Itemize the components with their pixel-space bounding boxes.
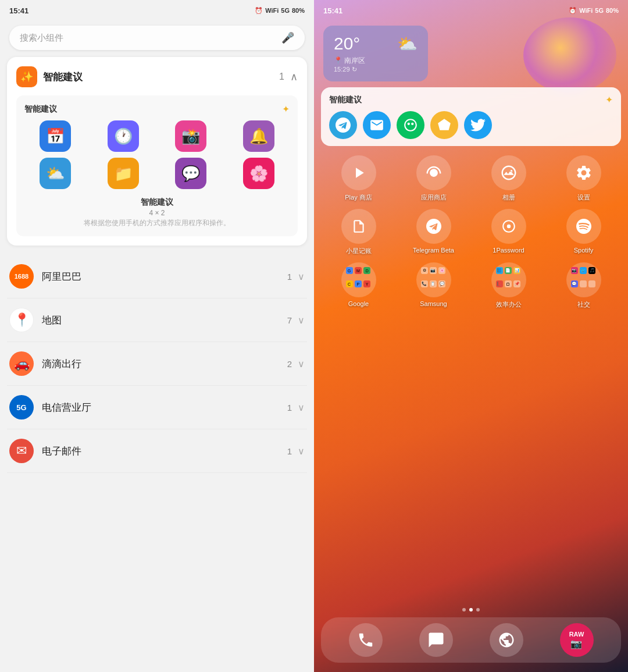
list-item[interactable]: 设置 xyxy=(548,155,619,202)
list-item[interactable]: 1Password xyxy=(473,209,544,255)
status-icons-left: ⏰ WiFi 5G 80% xyxy=(255,7,305,15)
page-dot-1[interactable] xyxy=(462,608,466,611)
category-alibaba-left: 1688 阿里巴巴 xyxy=(9,264,81,289)
samsung-folder-icon: ⚙ 📷 🌸 📞 📋 💬 xyxy=(416,262,451,297)
mic-icon[interactable]: 🎤 xyxy=(281,31,294,44)
page-dot-2[interactable] xyxy=(469,608,473,611)
app-camera[interactable]: 📸 xyxy=(175,120,206,152)
app-telegram-row[interactable] xyxy=(329,111,357,139)
list-item[interactable]: G M D C P Y Google xyxy=(323,262,394,309)
email-right: 1 ∨ xyxy=(287,446,305,457)
app-files[interactable]: 📁 xyxy=(108,158,139,189)
maps-count: 7 xyxy=(287,315,292,325)
left-panel: 15:41 ⏰ WiFi 5G 80% 搜索小组件 🎤 ✨ 智能建议 1 ∧ 智… xyxy=(0,0,314,672)
app-clock[interactable]: 🕐 xyxy=(108,120,139,152)
app-wechat-row[interactable] xyxy=(397,111,424,139)
email-name: 电子邮件 xyxy=(42,445,81,458)
dock-messages[interactable] xyxy=(419,623,453,657)
google-folder-label: Google xyxy=(348,300,369,307)
list-item[interactable]: 1688 阿里巴巴 1 ∨ xyxy=(7,255,307,298)
app-weather[interactable]: ⛅ xyxy=(40,158,71,189)
productivity-folder-icon: 📘 📄 📊 📕 🗒 📌 xyxy=(491,262,526,297)
alarm-icon-right: ⏰ xyxy=(569,7,577,15)
onepassword-icon xyxy=(491,209,526,244)
alibaba-name: 阿里巴巴 xyxy=(42,270,81,283)
weather-top: 20° ⛅ xyxy=(334,34,418,54)
chevron-down-maps[interactable]: ∨ xyxy=(298,315,305,326)
chevron-down-alibaba[interactable]: ∨ xyxy=(298,271,305,282)
app-flower[interactable]: 🌸 xyxy=(243,158,274,189)
list-item[interactable]: 📘 📄 📊 📕 🗒 📌 效率办公 xyxy=(473,262,544,309)
right-content: 15:41 ⏰ WiFi 5G 80% 20° ⛅ 📍 南岸区 15:29 ↻ … xyxy=(314,0,628,672)
svg-marker-2 xyxy=(438,119,451,130)
search-bar[interactable]: 搜索小组件 🎤 xyxy=(9,26,305,50)
telegram-beta-label: Telegram Beta xyxy=(413,247,454,254)
list-item[interactable]: ✉ 电子邮件 1 ∨ xyxy=(7,429,307,473)
alibaba-right: 1 ∨ xyxy=(287,271,305,282)
telecom-icon: 5G xyxy=(9,395,34,419)
svg-point-3 xyxy=(506,225,511,229)
home-grid-folders: G M D C P Y Google ⚙ 📷 🌸 📞 xyxy=(323,262,619,309)
maps-icon: 📍 xyxy=(9,308,34,332)
maps-right: 7 ∨ xyxy=(287,315,305,326)
app-store-icon xyxy=(416,155,451,190)
list-item[interactable]: Play 商店 xyxy=(323,155,394,202)
app-calendar[interactable]: 📅 xyxy=(40,120,71,152)
status-icons-right: ⏰ WiFi 5G 80% xyxy=(569,7,619,15)
list-item[interactable]: 📷 🐦 🎵 💬 社交 xyxy=(548,262,619,309)
widget-header-left: ✨ 智能建议 xyxy=(16,66,83,87)
time-right: 15:41 xyxy=(323,6,342,15)
weather-widget[interactable]: 20° ⛅ 📍 南岸区 15:29 ↻ xyxy=(323,26,428,81)
smart-widget-right-header: 智能建议 ✦ xyxy=(329,94,613,105)
chevron-down-telecom[interactable]: ∨ xyxy=(298,402,305,413)
settings-icon xyxy=(566,155,601,190)
home-grid-row1: Play 商店 应用商店 相册 设置 xyxy=(323,155,619,202)
maps-name: 地图 xyxy=(42,314,62,327)
app-mailbird-row[interactable] xyxy=(363,111,391,139)
app-bell[interactable]: 🔔 xyxy=(243,120,274,152)
samsung-folder-label: Samsung xyxy=(420,300,447,307)
list-item[interactable]: 5G 电信营业厅 1 ∨ xyxy=(7,386,307,429)
list-item[interactable]: 应用商店 xyxy=(398,155,469,202)
app-dock: RAW📷 xyxy=(321,617,621,663)
email-count: 1 xyxy=(287,446,292,456)
list-item[interactable]: 相册 xyxy=(473,155,544,202)
didi-icon: 🚗 xyxy=(9,351,34,376)
list-item[interactable]: ⚙ 📷 🌸 📞 📋 💬 Samsung xyxy=(398,262,469,309)
list-item[interactable]: 小星记账 xyxy=(323,209,394,255)
widget-preview: 智能建议 ✦ 📅 🕐 📸 🔔 ⛅ 📁 💬 🌸 智能建议 4 × 2 将根据您使用… xyxy=(16,95,298,236)
dock-camera-raw[interactable]: RAW📷 xyxy=(560,623,594,657)
spotify-icon xyxy=(566,209,601,244)
signal-icon-right: 5G xyxy=(595,7,604,14)
telecom-count: 1 xyxy=(287,403,292,413)
app-twitter-row[interactable] xyxy=(464,111,492,139)
dock-phone[interactable] xyxy=(349,623,383,657)
widget-desc-title: 智能建议 xyxy=(24,197,290,208)
list-item[interactable]: Spotify xyxy=(548,209,619,255)
notes-icon xyxy=(341,209,376,244)
widget-desc-text: 将根据您使用手机的方式推荐应用程序和操作。 xyxy=(24,218,290,228)
list-item[interactable]: Telegram Beta xyxy=(398,209,469,255)
page-dot-3[interactable] xyxy=(476,608,480,611)
social-folder-label: 社交 xyxy=(577,300,590,309)
gallery-icon xyxy=(491,155,526,190)
email-icon: ✉ xyxy=(9,439,34,463)
smart-suggestions-title: 智能建议 xyxy=(43,70,83,84)
app-sketch-row[interactable] xyxy=(430,111,458,139)
svg-point-0 xyxy=(408,123,410,125)
sparkle-icon: ✦ xyxy=(282,104,290,115)
chevron-down-didi[interactable]: ∨ xyxy=(298,358,305,369)
app-grid-row1: 📅 🕐 📸 🔔 ⛅ 📁 💬 🌸 xyxy=(24,120,290,189)
list-item[interactable]: 📍 地图 7 ∨ xyxy=(7,298,307,342)
battery-right: 80% xyxy=(606,7,619,14)
chevron-down-email[interactable]: ∨ xyxy=(298,446,305,457)
app-messages[interactable]: 💬 xyxy=(175,158,206,189)
smart-widget-right-title: 智能建议 xyxy=(329,95,362,105)
widget-description: 智能建议 4 × 2 将根据您使用手机的方式推荐应用程序和操作。 xyxy=(24,197,290,228)
chevron-up-icon[interactable]: ∧ xyxy=(290,70,298,83)
smart-app-row xyxy=(329,111,613,139)
dock-browser[interactable] xyxy=(490,623,523,657)
productivity-folder-label: 效率办公 xyxy=(496,300,522,309)
list-item[interactable]: 🚗 滴滴出行 2 ∨ xyxy=(7,342,307,386)
category-maps-left: 📍 地图 xyxy=(9,308,62,332)
